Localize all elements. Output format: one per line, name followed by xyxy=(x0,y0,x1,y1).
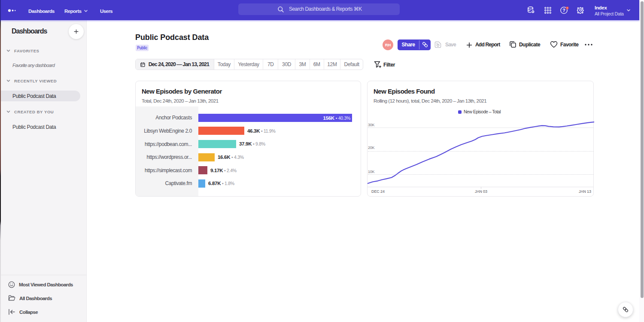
svg-text:?: ? xyxy=(562,8,565,13)
